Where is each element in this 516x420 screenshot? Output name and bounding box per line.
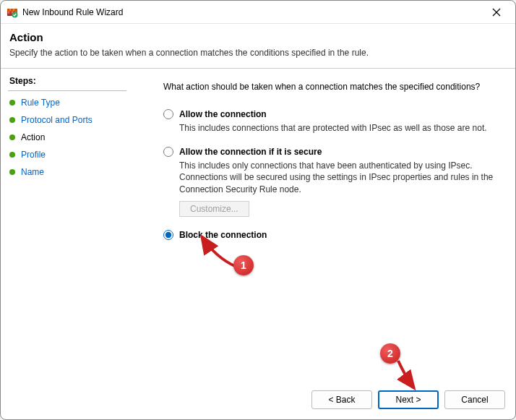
page-subtitle: Specify the action to be taken when a co… — [9, 48, 507, 58]
question-text: What action should be taken when a conne… — [163, 82, 498, 92]
step-name[interactable]: Name — [8, 163, 126, 181]
page-title: Action — [9, 31, 507, 43]
step-label: Rule Type — [21, 98, 60, 108]
cancel-button[interactable]: Cancel — [444, 390, 505, 409]
customize-button: Customize... — [179, 201, 249, 217]
bullet-icon — [9, 134, 15, 140]
firewall-icon — [7, 7, 18, 18]
step-label: Protocol and Ports — [21, 115, 93, 125]
steps-label: Steps: — [8, 73, 126, 91]
radio-allow-secure-desc: This includes only connections that have… — [179, 160, 498, 195]
step-label: Name — [21, 167, 44, 177]
footer: < Back Next > Cancel — [1, 383, 515, 419]
content-panel: What action should be taken when a conne… — [134, 69, 515, 383]
bullet-icon — [9, 100, 15, 106]
radio-block[interactable] — [163, 230, 173, 240]
radio-block-label: Block the connection — [179, 230, 267, 240]
step-label: Action — [21, 132, 45, 142]
bullet-icon — [9, 152, 15, 158]
step-rule-type[interactable]: Rule Type — [8, 94, 126, 111]
radio-allow[interactable] — [163, 109, 173, 119]
bullet-icon — [9, 117, 15, 123]
option-block: Block the connection — [163, 230, 498, 240]
window-title: New Inbound Rule Wizard — [22, 7, 483, 17]
step-action[interactable]: Action — [8, 129, 126, 146]
step-label: Profile — [21, 150, 46, 160]
radio-allow-secure-label: Allow the connection if it is secure — [179, 147, 322, 157]
steps-panel: Steps: Rule Type Protocol and Ports Acti… — [1, 69, 134, 383]
bullet-icon — [9, 169, 15, 175]
step-profile[interactable]: Profile — [8, 146, 126, 163]
close-icon — [492, 8, 501, 17]
radio-allow-row[interactable]: Allow the connection — [163, 109, 498, 119]
radio-allow-label: Allow the connection — [179, 109, 267, 119]
option-allow: Allow the connection This includes conne… — [163, 109, 498, 134]
radio-block-row[interactable]: Block the connection — [163, 230, 498, 240]
radio-allow-secure-row[interactable]: Allow the connection if it is secure — [163, 147, 498, 157]
radio-allow-secure[interactable] — [163, 147, 173, 157]
back-button[interactable]: < Back — [311, 390, 372, 409]
radio-allow-desc: This includes connections that are prote… — [179, 122, 498, 134]
option-allow-secure: Allow the connection if it is secure Thi… — [163, 147, 498, 217]
svg-rect-1 — [7, 9, 17, 11]
wizard-window: New Inbound Rule Wizard Action Specify t… — [0, 0, 516, 420]
titlebar: New Inbound Rule Wizard — [1, 1, 515, 24]
step-protocol-ports[interactable]: Protocol and Ports — [8, 111, 126, 129]
close-button[interactable] — [483, 2, 509, 22]
wizard-header: Action Specify the action to be taken wh… — [1, 24, 515, 68]
next-button[interactable]: Next > — [378, 390, 439, 409]
